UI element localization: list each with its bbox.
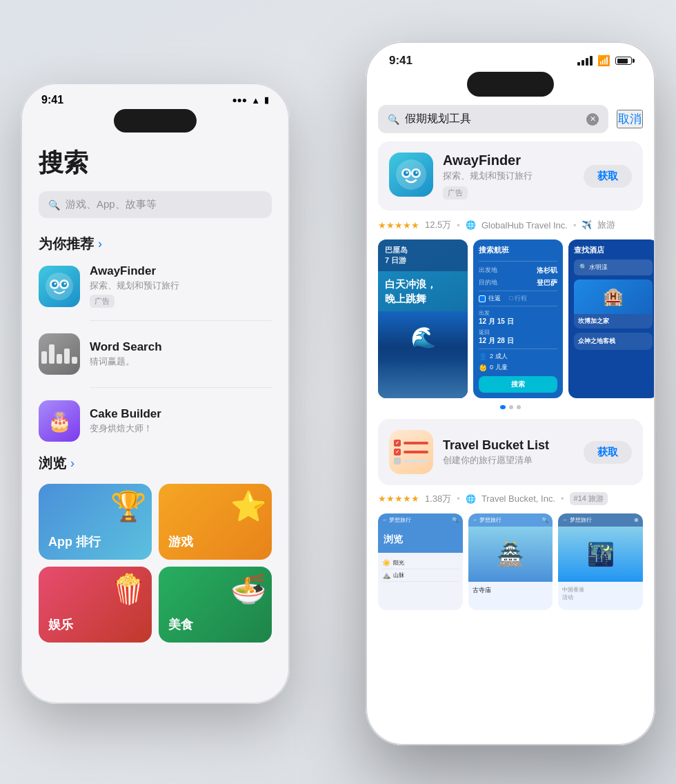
dot-2 (509, 405, 513, 409)
awayfinder-icon (39, 266, 80, 307)
search-icon: 🔍 (388, 114, 399, 125)
get-app2-button[interactable]: 获取 (584, 441, 632, 464)
temple-image: 🏯 (468, 527, 553, 582)
app2-screenshot-3: ← 梦想旅行 ⊕ 🌃 中国香港活动 (558, 513, 643, 610)
awayfinder-app-icon (389, 153, 433, 197)
ss-mini-item-1: ☀️ 阳光 (382, 557, 459, 569)
signal-icon (577, 56, 593, 66)
app1-screenshots: 巴厘岛 7 日游 白天冲浪，晚上跳舞 🌊 搜索航班 出发地 洛杉矶 (367, 231, 654, 398)
app2-screenshot-1: ← 梦想旅行 🔍 浏览 ☀️ 阳光 ⛰️ 山脉 (378, 513, 463, 610)
svg-point-5 (54, 282, 57, 284)
clear-search-button[interactable]: ✕ (586, 113, 599, 126)
awayfinder-logo-front (394, 157, 428, 192)
front-phone-status-icons: 📶 (577, 55, 632, 67)
signal-icon: ●●● (232, 95, 247, 105)
hongkong-label: 中国香港活动 (558, 582, 643, 605)
browse-label: 浏览 (378, 527, 463, 553)
app2-info: Travel Bucket List 创建你的旅行愿望清单 (443, 438, 574, 467)
screenshot-dots (367, 405, 654, 409)
dot-3 (517, 405, 521, 409)
plane-icon: ✈️ (581, 220, 592, 230)
app2-screenshots: ← 梦想旅行 🔍 浏览 ☀️ 阳光 ⛰️ 山脉 (367, 505, 654, 610)
app1-developer: GlobalHub Travel Inc. (481, 220, 568, 231)
battery-icon: ▮ (264, 95, 269, 105)
featured-app-card[interactable]: AwayFinder 探索、规划和预订旅行 广告 获取 (378, 141, 643, 210)
app-name: Word Search (90, 340, 272, 354)
hotel2-name: 众神之地客栈 (578, 337, 648, 346)
ss-mini-header-3: ← 梦想旅行 ⊕ (558, 513, 643, 527)
list-item[interactable]: Word Search 猜词赢题。 (39, 333, 272, 375)
travel-bucket-app-icon: ✓ ✓ (389, 430, 433, 474)
get-app1-button[interactable]: 获取 (584, 165, 632, 188)
back-phone-status-icons: ●●● ▲ ▮ (232, 95, 269, 106)
svg-point-12 (406, 172, 408, 174)
hotel-card-2: 众神之地客栈 (574, 333, 653, 350)
back-phone-dynamic-island (114, 109, 197, 133)
search-icon: 🔍 (48, 199, 60, 210)
app2-stars: ★★★★★ (378, 493, 419, 504)
cancel-button[interactable]: 取消 (617, 110, 643, 128)
ss-mini-header-2: ← 梦想旅行 🔍 (468, 513, 553, 527)
app2-name: Travel Bucket List (443, 438, 574, 453)
front-phone-time: 9:41 (389, 54, 412, 68)
front-phone-status-bar: 9:41 📶 (367, 43, 654, 68)
browse-card-appranking[interactable]: 🏆 App 排行 (39, 484, 152, 560)
app-name: Cake Builder (90, 407, 272, 421)
app2-card[interactable]: ✓ ✓ Travel Bucket List 创建你的旅行愿望清单 获取 (378, 419, 643, 485)
search-bar[interactable]: 🔍 假期规划工具 ✕ (378, 105, 608, 133)
back-phone-search-bar[interactable]: 🔍 游戏、App、故事等 (39, 191, 272, 218)
card-icon-star: ⭐ (230, 489, 266, 523)
ss3-search-input: 🔍 水明漾 (574, 259, 653, 275)
screenshot-2: 搜索航班 出发地 洛杉矶 目的地 登巴萨 往返 □ 行程 (473, 239, 563, 398)
app2-developer: Travel Bucket, Inc. (481, 493, 555, 504)
app-info: Cake Builder 变身烘焙大师！ (90, 407, 272, 435)
browse-card-games[interactable]: ⭐ 游戏 (159, 484, 272, 560)
ss1-destination: 巴厘岛 (385, 245, 461, 255)
ss2-from: 洛杉矶 (537, 266, 557, 275)
search-container: 🔍 假期规划工具 ✕ 取消 (367, 97, 654, 133)
svg-point-13 (416, 172, 418, 174)
app-badge: 广告 (90, 295, 115, 308)
list-item[interactable]: 🎂 Cake Builder 变身烘焙大师！ (39, 400, 272, 442)
hotel-image-placeholder: 🏨 (603, 287, 624, 306)
app1-meta-row: ★★★★★ 12.5万 • 🌐 GlobalHub Travel Inc. • … (367, 210, 654, 231)
ss-mini-header-1: ← 梦想旅行 🔍 (378, 513, 463, 527)
wifi-icon: 📶 (597, 55, 610, 67)
app1-rating-count: 12.5万 (425, 219, 451, 231)
app-desc: 探索、规划和预订旅行 (90, 280, 272, 292)
globe-icon: 🌐 (466, 220, 476, 230)
checkbox-icon (479, 295, 486, 302)
back-phone-title: 搜索 (39, 146, 272, 180)
cake-emoji: 🎂 (48, 410, 72, 433)
ss2-date1: 12 月 15 日 (479, 317, 557, 326)
ss3-title: 查找酒店 (574, 245, 653, 255)
divider (90, 387, 272, 388)
ss2-title: 搜索航班 (479, 245, 557, 255)
featured-app-desc: 探索、规划和预订旅行 (443, 170, 574, 182)
front-phone: 9:41 📶 🔍 假期规划工具 ✕ (366, 41, 655, 745)
app-desc: 猜词赢题。 (90, 355, 272, 368)
browse-section-title: 浏览 › (39, 454, 272, 473)
globe-icon: 🌐 (466, 494, 476, 504)
wave-emoji: 🌊 (378, 325, 468, 349)
browse-card-food[interactable]: 🍜 美食 (159, 567, 272, 643)
browse-card-entertainment[interactable]: 🍿 娱乐 (39, 567, 152, 643)
hongkong-image: 🌃 (558, 527, 643, 582)
search-text: 假期规划工具 (405, 112, 581, 126)
back-phone: 9:41 ●●● ▲ ▮ 搜索 🔍 游戏、App、故事等 为你推荐 › (21, 83, 290, 704)
app-info: AwayFinder 探索、规划和预订旅行 广告 (90, 264, 272, 308)
featured-app-name: AwayFinder (443, 153, 574, 168)
app-name: AwayFinder (90, 264, 272, 278)
svg-point-7 (396, 159, 426, 190)
app1-stars: ★★★★★ (378, 220, 419, 231)
chevron-right-icon: › (70, 456, 74, 471)
recommended-section-title: 为你推荐 › (39, 235, 272, 253)
app2-screenshot-2: ← 梦想旅行 🔍 🏯 古寺庙 (468, 513, 553, 610)
svg-point-6 (64, 282, 66, 284)
list-item[interactable]: AwayFinder 探索、规划和预订旅行 广告 (39, 264, 272, 308)
cakebuilder-icon: 🎂 (39, 400, 80, 442)
app2-rank-badge: #14 旅游 (570, 492, 608, 505)
ss2-search-button[interactable]: 搜索 (479, 376, 557, 393)
app1-category: 旅游 (597, 219, 615, 231)
wifi-icon: ▲ (251, 95, 260, 106)
